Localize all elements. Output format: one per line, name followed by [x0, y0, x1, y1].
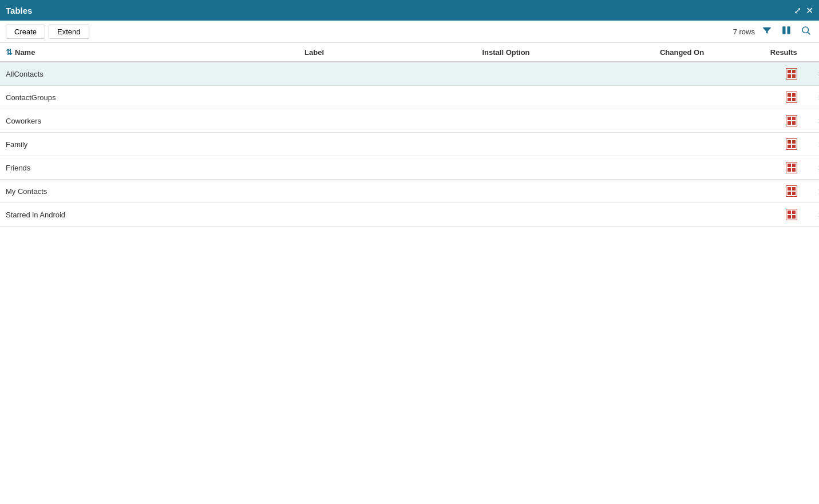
table-row[interactable]: Coworkers › [0, 109, 819, 133]
table-header: ⇅ Name Label Install Option Changed On R… [0, 43, 819, 62]
row-name: Starred in Android [6, 211, 304, 219]
row-results-icon [757, 92, 797, 103]
header-install-option: Install Option [482, 48, 659, 57]
toolbar: Create Extend 7 rows [0, 21, 819, 43]
row-expand-arrow[interactable]: › [797, 209, 819, 220]
close-icon[interactable]: ✕ [806, 5, 813, 16]
table-row[interactable]: Family › [0, 133, 819, 156]
grid-table-icon [786, 115, 797, 126]
header-changed-on: Changed On [660, 48, 757, 57]
header-results: Results [757, 48, 797, 57]
filter-button[interactable] [759, 24, 774, 39]
header-name: ⇅ Name [6, 47, 304, 57]
expand-icon[interactable]: ⤢ [794, 5, 801, 16]
columns-button[interactable] [779, 24, 794, 39]
grid-table-icon [786, 68, 797, 80]
grid-table-icon [786, 209, 797, 220]
title-bar: Tables ⤢ ✕ [0, 0, 819, 21]
row-name: Friends [6, 164, 304, 172]
table-row[interactable]: ContactGroups › [0, 86, 819, 109]
columns-icon [781, 25, 792, 35]
svg-line-3 [808, 32, 810, 34]
grid-table-icon [786, 162, 797, 173]
row-name: Coworkers [6, 117, 304, 125]
extend-button[interactable]: Extend [49, 25, 89, 39]
row-results-icon [757, 185, 797, 197]
grid-table-icon [786, 185, 797, 197]
row-results-icon [757, 162, 797, 173]
table-row[interactable]: AllContacts › [0, 62, 819, 86]
row-expand-arrow[interactable]: › [797, 92, 819, 102]
row-expand-arrow[interactable]: › [797, 139, 819, 149]
toolbar-right: 7 rows [733, 24, 813, 39]
row-name: My Contacts [6, 187, 304, 196]
row-expand-arrow[interactable]: › [797, 162, 819, 173]
filter-icon [762, 25, 772, 35]
table-row[interactable]: Friends › [0, 156, 819, 180]
row-expand-arrow[interactable]: › [797, 116, 819, 126]
search-icon [801, 25, 811, 35]
row-expand-arrow[interactable]: › [797, 186, 819, 196]
toolbar-left: Create Extend [6, 25, 89, 39]
row-name: ContactGroups [6, 93, 304, 102]
svg-rect-0 [782, 26, 785, 34]
row-results-icon [757, 115, 797, 126]
sort-icon: ⇅ [6, 47, 13, 57]
row-name: AllContacts [6, 70, 304, 78]
svg-rect-1 [788, 26, 790, 34]
row-expand-arrow[interactable]: › [797, 69, 819, 79]
rows-count: 7 rows [733, 27, 755, 36]
svg-point-2 [802, 27, 809, 33]
create-button[interactable]: Create [6, 25, 45, 39]
row-name: Family [6, 140, 304, 149]
table-body: AllContacts › ContactGroups › Coworkers [0, 62, 819, 227]
row-results-icon [757, 138, 797, 150]
table-row[interactable]: Starred in Android › [0, 203, 819, 227]
title-bar-controls: ⤢ ✕ [794, 5, 813, 16]
search-button[interactable] [798, 24, 813, 39]
row-results-icon [757, 209, 797, 220]
grid-table-icon [786, 138, 797, 150]
row-results-icon [757, 68, 797, 80]
table-row[interactable]: My Contacts › [0, 180, 819, 203]
header-label: Label [304, 48, 482, 57]
grid-table-icon [786, 92, 797, 103]
app-title: Tables [6, 6, 32, 15]
